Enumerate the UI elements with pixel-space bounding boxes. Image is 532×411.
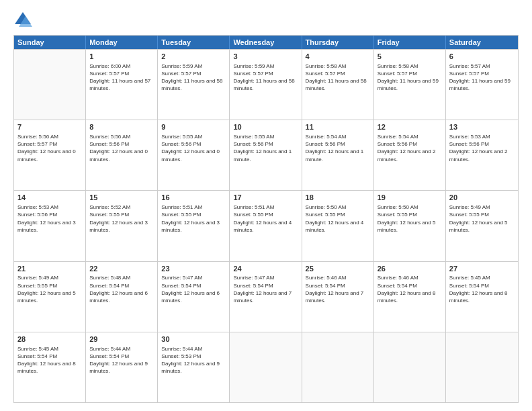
day-info: Sunrise: 5:56 AMSunset: 5:56 PMDaylight:… (89, 133, 154, 163)
calendar-cell: 23Sunrise: 5:47 AMSunset: 5:54 PMDayligh… (158, 262, 230, 332)
day-info: Sunrise: 5:52 AMSunset: 5:55 PMDaylight:… (89, 203, 154, 234)
day-number: 14 (17, 193, 82, 203)
calendar-row-4: 28Sunrise: 5:45 AMSunset: 5:54 PMDayligh… (14, 332, 518, 402)
calendar-cell: 26Sunrise: 5:46 AMSunset: 5:54 PMDayligh… (374, 262, 446, 332)
calendar-cell: 2Sunrise: 5:59 AMSunset: 5:57 PMDaylight… (158, 50, 230, 120)
calendar-cell (14, 50, 86, 120)
page: SundayMondayTuesdayWednesdayThursdayFrid… (0, 0, 532, 411)
calendar-cell: 21Sunrise: 5:49 AMSunset: 5:55 PMDayligh… (14, 262, 86, 332)
day-number: 20 (449, 193, 515, 203)
day-number: 17 (233, 193, 298, 203)
day-number: 4 (306, 52, 370, 62)
calendar-cell (302, 332, 374, 402)
header-day-friday: Friday (374, 36, 446, 49)
day-number: 8 (89, 122, 154, 132)
calendar-cell: 18Sunrise: 5:50 AMSunset: 5:55 PMDayligh… (302, 191, 374, 261)
calendar-cell: 15Sunrise: 5:52 AMSunset: 5:55 PMDayligh… (86, 191, 158, 261)
calendar: SundayMondayTuesdayWednesdayThursdayFrid… (13, 35, 519, 403)
day-info: Sunrise: 5:50 AMSunset: 5:55 PMDaylight:… (306, 203, 370, 234)
calendar-cell: 3Sunrise: 5:59 AMSunset: 5:57 PMDaylight… (230, 50, 302, 120)
day-number: 19 (378, 193, 442, 203)
calendar-cell: 22Sunrise: 5:48 AMSunset: 5:54 PMDayligh… (86, 262, 158, 332)
header-day-wednesday: Wednesday (230, 36, 302, 49)
calendar-cell: 6Sunrise: 5:57 AMSunset: 5:57 PMDaylight… (446, 50, 518, 120)
day-number: 11 (306, 122, 370, 132)
day-info: Sunrise: 5:49 AMSunset: 5:55 PMDaylight:… (17, 274, 82, 304)
day-number: 23 (161, 264, 226, 274)
day-number: 3 (233, 52, 298, 62)
day-info: Sunrise: 5:54 AMSunset: 5:56 PMDaylight:… (306, 133, 370, 163)
day-info: Sunrise: 5:58 AMSunset: 5:57 PMDaylight:… (378, 62, 442, 93)
day-number: 26 (378, 264, 442, 274)
day-info: Sunrise: 5:59 AMSunset: 5:57 PMDaylight:… (233, 62, 298, 93)
calendar-cell: 19Sunrise: 5:50 AMSunset: 5:55 PMDayligh… (374, 191, 446, 261)
calendar-row-0: 1Sunrise: 6:00 AMSunset: 5:57 PMDaylight… (14, 49, 518, 120)
logo (13, 11, 35, 30)
calendar-cell: 5Sunrise: 5:58 AMSunset: 5:57 PMDaylight… (374, 50, 446, 120)
calendar-cell (230, 332, 302, 402)
calendar-cell: 16Sunrise: 5:51 AMSunset: 5:55 PMDayligh… (158, 191, 230, 261)
calendar-cell: 12Sunrise: 5:54 AMSunset: 5:56 PMDayligh… (374, 120, 446, 190)
day-number: 7 (17, 122, 82, 132)
header (13, 11, 519, 30)
day-number: 28 (17, 334, 82, 345)
day-number: 30 (161, 334, 226, 345)
day-info: Sunrise: 5:55 AMSunset: 5:56 PMDaylight:… (161, 133, 226, 163)
calendar-cell: 27Sunrise: 5:45 AMSunset: 5:54 PMDayligh… (446, 262, 518, 332)
day-number: 12 (378, 122, 442, 132)
calendar-cell: 29Sunrise: 5:44 AMSunset: 5:54 PMDayligh… (86, 332, 158, 402)
day-number: 2 (161, 52, 226, 62)
header-day-saturday: Saturday (446, 36, 518, 49)
calendar-cell: 7Sunrise: 5:56 AMSunset: 5:57 PMDaylight… (14, 120, 86, 190)
day-number: 10 (233, 122, 298, 132)
day-info: Sunrise: 5:51 AMSunset: 5:55 PMDaylight:… (161, 203, 226, 234)
day-number: 27 (449, 264, 515, 274)
day-info: Sunrise: 5:53 AMSunset: 5:56 PMDaylight:… (449, 133, 515, 163)
day-info: Sunrise: 5:55 AMSunset: 5:56 PMDaylight:… (233, 133, 298, 163)
day-info: Sunrise: 5:44 AMSunset: 5:53 PMDaylight:… (161, 345, 226, 375)
day-number: 24 (233, 264, 298, 274)
calendar-cell: 13Sunrise: 5:53 AMSunset: 5:56 PMDayligh… (446, 120, 518, 190)
calendar-header: SundayMondayTuesdayWednesdayThursdayFrid… (14, 36, 518, 49)
day-info: Sunrise: 5:50 AMSunset: 5:55 PMDaylight:… (378, 203, 442, 234)
calendar-row-2: 14Sunrise: 5:53 AMSunset: 5:56 PMDayligh… (14, 190, 518, 261)
day-number: 18 (306, 193, 370, 203)
calendar-row-3: 21Sunrise: 5:49 AMSunset: 5:55 PMDayligh… (14, 261, 518, 332)
calendar-cell (446, 332, 518, 402)
calendar-cell: 9Sunrise: 5:55 AMSunset: 5:56 PMDaylight… (158, 120, 230, 190)
calendar-cell: 17Sunrise: 5:51 AMSunset: 5:55 PMDayligh… (230, 191, 302, 261)
day-info: Sunrise: 6:00 AMSunset: 5:57 PMDaylight:… (89, 62, 154, 93)
calendar-cell: 11Sunrise: 5:54 AMSunset: 5:56 PMDayligh… (302, 120, 374, 190)
day-number: 6 (449, 52, 515, 62)
day-number: 16 (161, 193, 226, 203)
day-number: 21 (17, 264, 82, 274)
day-info: Sunrise: 5:54 AMSunset: 5:56 PMDaylight:… (378, 133, 442, 163)
day-info: Sunrise: 5:59 AMSunset: 5:57 PMDaylight:… (161, 62, 226, 93)
day-info: Sunrise: 5:48 AMSunset: 5:54 PMDaylight:… (89, 274, 154, 304)
day-info: Sunrise: 5:57 AMSunset: 5:57 PMDaylight:… (449, 62, 515, 93)
calendar-cell: 25Sunrise: 5:46 AMSunset: 5:54 PMDayligh… (302, 262, 374, 332)
day-info: Sunrise: 5:56 AMSunset: 5:57 PMDaylight:… (17, 133, 82, 163)
day-info: Sunrise: 5:49 AMSunset: 5:55 PMDaylight:… (449, 203, 515, 234)
day-info: Sunrise: 5:53 AMSunset: 5:56 PMDaylight:… (17, 203, 82, 234)
header-day-monday: Monday (86, 36, 158, 49)
calendar-cell: 4Sunrise: 5:58 AMSunset: 5:57 PMDaylight… (302, 50, 374, 120)
day-info: Sunrise: 5:47 AMSunset: 5:54 PMDaylight:… (233, 274, 298, 304)
calendar-cell: 10Sunrise: 5:55 AMSunset: 5:56 PMDayligh… (230, 120, 302, 190)
day-info: Sunrise: 5:44 AMSunset: 5:54 PMDaylight:… (89, 345, 154, 375)
day-info: Sunrise: 5:45 AMSunset: 5:54 PMDaylight:… (17, 345, 82, 375)
day-info: Sunrise: 5:47 AMSunset: 5:54 PMDaylight:… (161, 274, 226, 304)
calendar-cell (374, 332, 446, 402)
calendar-cell: 1Sunrise: 6:00 AMSunset: 5:57 PMDaylight… (86, 50, 158, 120)
calendar-cell: 24Sunrise: 5:47 AMSunset: 5:54 PMDayligh… (230, 262, 302, 332)
calendar-cell: 20Sunrise: 5:49 AMSunset: 5:55 PMDayligh… (446, 191, 518, 261)
day-number: 5 (378, 52, 442, 62)
day-number: 9 (161, 122, 226, 132)
day-info: Sunrise: 5:46 AMSunset: 5:54 PMDaylight:… (378, 274, 442, 304)
header-day-thursday: Thursday (302, 36, 374, 49)
day-info: Sunrise: 5:58 AMSunset: 5:57 PMDaylight:… (306, 62, 370, 93)
day-number: 1 (89, 52, 154, 62)
logo-icon (13, 11, 32, 30)
day-number: 25 (306, 264, 370, 274)
day-number: 13 (449, 122, 515, 132)
